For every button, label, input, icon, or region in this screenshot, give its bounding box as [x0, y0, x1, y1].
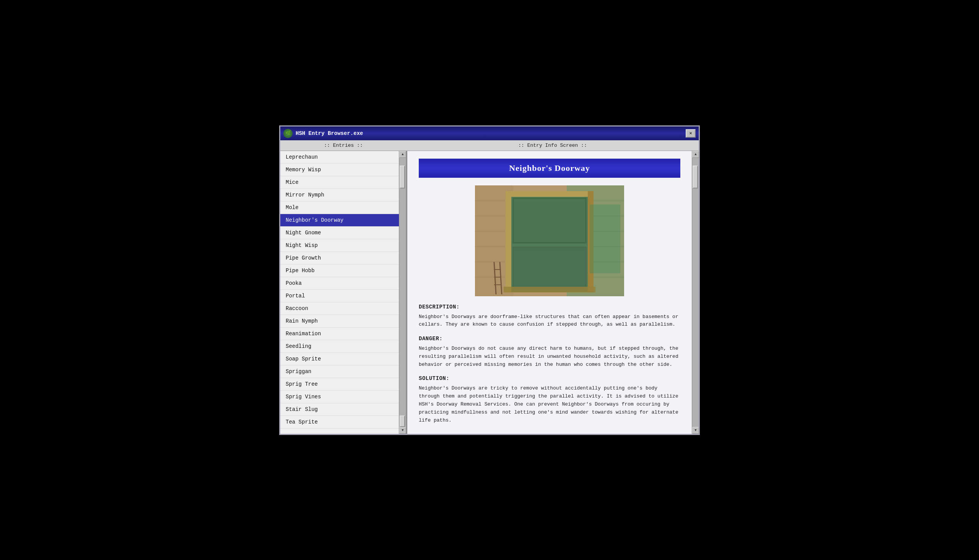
close-button[interactable]: ✕	[685, 129, 695, 138]
list-item[interactable]: Portal	[280, 290, 399, 302]
list-item[interactable]: Raccoon	[280, 302, 399, 315]
list-item[interactable]: Pipe Hobb	[280, 265, 399, 277]
main-window: 🌿 HSH Entry Browser.exe ✕ :: Entries :: …	[279, 125, 700, 435]
list-item[interactable]: Neighbor's Doorway	[280, 214, 399, 227]
info-header: :: Entry Info Screen ::	[407, 143, 699, 148]
danger-label: DANGER:	[419, 336, 680, 342]
list-item[interactable]: Mole	[280, 202, 399, 214]
list-item[interactable]: Pipe Growth	[280, 252, 399, 265]
list-item[interactable]: Seedling	[280, 340, 399, 353]
entry-image	[475, 185, 624, 296]
info-scroll-down[interactable]: ▼	[692, 427, 699, 434]
sidebar-scrollbar[interactable]: ▲ ▼	[399, 151, 406, 434]
main-content: LeprechaunMemory WispMiceMirror NymphMol…	[280, 151, 699, 434]
solution-text: Neighbor's Doorways are tricky to remove…	[419, 385, 680, 424]
list-item[interactable]: Spriggan	[280, 365, 399, 378]
solution-label: SOLUTION:	[419, 375, 680, 382]
list-item[interactable]: Rain Nymph	[280, 315, 399, 328]
entry-title: Neighbor's Doorway	[419, 158, 680, 178]
scroll-track	[399, 158, 406, 427]
svg-rect-32	[475, 185, 624, 296]
scroll-up-button[interactable]: ▲	[399, 151, 406, 158]
list-item[interactable]: Memory Wisp	[280, 163, 399, 176]
info-panel: Neighbor's Doorway	[407, 151, 692, 434]
danger-text: Neighbor's Doorways do not cause any dir…	[419, 345, 680, 368]
info-scroll-thumb[interactable]	[692, 165, 698, 188]
description-label: DESCRIPTION:	[419, 304, 680, 310]
list-item[interactable]: Stair Slug	[280, 403, 399, 416]
list-item[interactable]: Leprechaun	[280, 151, 399, 163]
list-item[interactable]: Soap Sprite	[280, 353, 399, 365]
info-scroll-up[interactable]: ▲	[692, 151, 699, 158]
list-item[interactable]: Pooka	[280, 277, 399, 290]
list-item[interactable]: Reanimation	[280, 328, 399, 340]
scroll-thumb-bottom[interactable]	[400, 415, 405, 427]
info-scrollbar[interactable]: ▲ ▼	[692, 151, 699, 434]
section-headers: :: Entries :: :: Entry Info Screen ::	[280, 140, 699, 151]
list-item[interactable]: Tea Sprite	[280, 416, 399, 428]
title-bar-left: 🌿 HSH Entry Browser.exe	[284, 129, 363, 138]
scroll-down-button[interactable]: ▼	[399, 427, 406, 434]
list-item[interactable]: Mice	[280, 176, 399, 189]
list-item[interactable]: Mirror Nymph	[280, 189, 399, 202]
list-item[interactable]: Night Gnome	[280, 227, 399, 239]
entries-header: :: Entries ::	[280, 143, 407, 148]
info-scroll-track	[692, 158, 699, 427]
list-item[interactable]: Sprig Vines	[280, 391, 399, 403]
app-icon: 🌿	[284, 129, 293, 138]
list-item[interactable]: Sprig Tree	[280, 378, 399, 391]
entries-list[interactable]: LeprechaunMemory WispMiceMirror NymphMol…	[280, 151, 399, 434]
window-title: HSH Entry Browser.exe	[295, 130, 363, 137]
description-text: Neighbor's Doorways are doorframe-like s…	[419, 313, 680, 329]
title-bar: 🌿 HSH Entry Browser.exe ✕	[280, 127, 699, 140]
scroll-thumb[interactable]	[400, 165, 405, 188]
list-item[interactable]: Night Wisp	[280, 239, 399, 252]
entry-image-container	[419, 185, 680, 296]
sidebar-wrapper: LeprechaunMemory WispMiceMirror NymphMol…	[280, 151, 407, 434]
